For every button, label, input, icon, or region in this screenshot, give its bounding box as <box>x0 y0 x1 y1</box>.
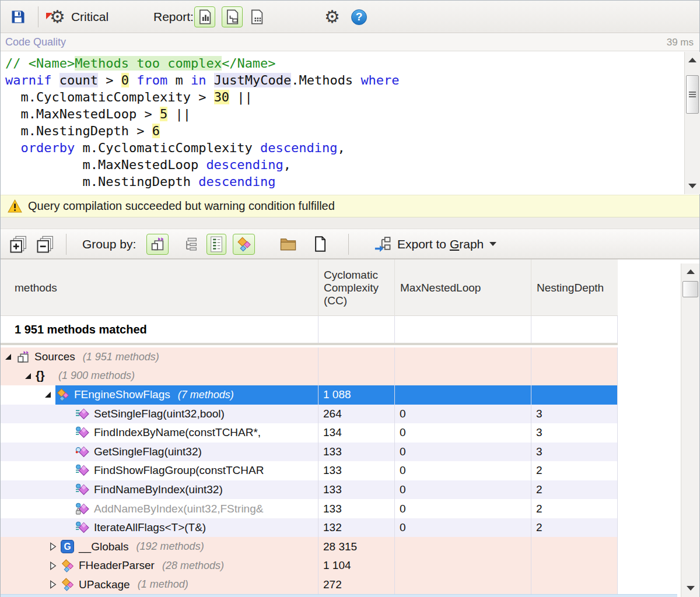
row-name: FindIndexByName(constTCHAR*, <box>94 426 261 439</box>
nestingdepth-value: 2 <box>536 503 542 515</box>
row-method-count: (1 951 methods) <box>83 351 159 363</box>
expand-node-icon[interactable] <box>45 561 60 570</box>
match-count: 1 951 methods matched <box>15 323 147 336</box>
row-name: SetSingleFlag(uint32,bool) <box>94 408 225 420</box>
table-row[interactable]: FEngineShowFlags(7 methods)1 088 <box>1 385 618 405</box>
cc-value: 133 <box>323 503 342 515</box>
row-name: FHeaderParser <box>79 559 155 572</box>
group-by-label: Group by: <box>82 229 136 259</box>
table-row[interactable]: UPackage(1 method)272 <box>1 575 618 594</box>
table-row[interactable]: FHeaderParser(28 methods)1 104 <box>1 556 618 575</box>
group-by-methods-button[interactable] <box>206 234 226 255</box>
nestingdepth-value: 3 <box>536 445 542 458</box>
cc-value: 28 315 <box>323 540 357 553</box>
table-scrollbar-thumb[interactable] <box>682 281 698 297</box>
type-icon <box>55 388 71 402</box>
cc-value: 1 104 <box>323 559 351 572</box>
editor-scrollbar[interactable] <box>684 52 700 194</box>
settings-button[interactable]: ⚙ <box>324 1 340 33</box>
nestingdepth-value: 3 <box>536 426 542 439</box>
cc-value: 132 <box>323 521 342 534</box>
cc-value: 272 <box>323 578 342 591</box>
row-name: FindShowFlagGroup(constTCHAR <box>94 464 264 477</box>
scroll-up-icon[interactable] <box>681 265 699 279</box>
export-label-g: G <box>450 237 459 251</box>
help-button[interactable]: ? <box>351 1 367 33</box>
query-header: Code Quality 39 ms <box>1 34 699 51</box>
critical-filter-button[interactable]: ⚙ Critical <box>50 1 108 33</box>
table-row[interactable]: AddNameByIndex(uint32,FString&13302 <box>1 499 618 518</box>
table-row[interactable]: SetSingleFlag(uint32,bool)26403 <box>1 405 618 424</box>
column-header-cyclomatic-complexity[interactable]: Cyclomatic Complexity (CC) <box>318 259 395 316</box>
row-name: GetSingleFlag(uint32) <box>94 445 202 458</box>
nestingdepth-value: 2 <box>536 483 542 496</box>
row-method-count: (7 methods) <box>178 389 234 401</box>
maxnestedloop-value: 0 <box>400 503 406 515</box>
cc-value: 133 <box>323 445 342 458</box>
table-row[interactable]: FindNameByIndex(uint32)13302 <box>1 480 618 500</box>
table-row[interactable]: IterateAllFlags<T>(T&)13202 <box>1 518 618 538</box>
partial-row <box>1 594 677 597</box>
method-sphere-icon <box>75 426 90 440</box>
query-editor[interactable]: // <Name>Methods too complex</Name>warni… <box>1 52 684 194</box>
save-button[interactable] <box>10 1 26 33</box>
expand-node-icon[interactable] <box>45 580 60 589</box>
new-file-button[interactable] <box>313 229 327 259</box>
table-row[interactable]: FindShowFlagGroup(constTCHAR13302 <box>1 461 618 480</box>
critical-label: Critical <box>71 10 108 24</box>
scroll-up-icon[interactable] <box>685 53 700 67</box>
dropdown-caret-icon[interactable] <box>489 242 496 246</box>
export-to-graph-button[interactable]: Export to Graph <box>374 229 496 259</box>
namespace-tree-icon <box>183 236 199 252</box>
folder-button[interactable] <box>279 229 297 259</box>
group-by-namespaces-button[interactable] <box>183 229 199 259</box>
settings-gear-icon: ⚙ <box>324 8 340 26</box>
collapse-all-button[interactable] <box>36 229 55 259</box>
method-sphere-icon <box>75 483 90 497</box>
file-icon <box>313 236 327 252</box>
table-row[interactable]: {}(1 900 methods) <box>1 367 618 386</box>
maxnestedloop-value: 0 <box>400 445 406 458</box>
report-export-icon <box>225 9 240 25</box>
column-header-maxnestedloop[interactable]: MaxNestedLoop <box>395 259 531 316</box>
column-header-methods[interactable]: methods <box>1 259 318 316</box>
report-matrix-button[interactable] <box>249 1 264 33</box>
table-row[interactable]: GetSingleFlag(uint32)13303 <box>1 443 618 462</box>
toolbar-separator <box>66 234 66 255</box>
report-matrix-icon <box>249 9 264 25</box>
table-row[interactable]: Sources(1 951 methods) <box>1 347 618 367</box>
row-method-count: (192 methods) <box>136 540 204 553</box>
namespace-braces-icon: {} <box>36 369 51 382</box>
maxnestedloop-value: 0 <box>400 521 406 534</box>
row-name: Sources <box>34 350 75 363</box>
scroll-down-icon[interactable] <box>681 581 699 595</box>
warning-triangle-icon <box>8 199 22 213</box>
table-row[interactable]: G__Globals(192 methods)28 315 <box>1 537 618 556</box>
table-scrollbar[interactable] <box>681 264 699 597</box>
report-export-button[interactable] <box>222 6 243 27</box>
row-name: UPackage <box>79 578 130 591</box>
nestingdepth-value: 2 <box>536 521 542 534</box>
collapse-node-icon[interactable] <box>25 373 36 379</box>
toolbar-separator <box>348 234 349 255</box>
critical-flag-icon <box>46 13 52 19</box>
row-name: __Globals <box>79 540 129 553</box>
nestingdepth-value: 3 <box>536 408 542 420</box>
group-by-assemblies-button[interactable] <box>146 234 169 255</box>
group-by-types-button[interactable] <box>233 234 255 255</box>
collapse-node-icon[interactable] <box>45 392 55 398</box>
method-sphere-red-icon <box>75 445 90 459</box>
results-toolbar: Group by: Exp <box>1 229 699 259</box>
assembly-icon <box>149 236 166 252</box>
row-name: AddNameByIndex(uint32,FString& <box>94 503 263 515</box>
column-header-nestingdepth[interactable]: NestingDepth <box>531 259 618 316</box>
scroll-down-icon[interactable] <box>685 179 700 193</box>
method-list-icon <box>209 236 223 252</box>
table-row[interactable]: FindIndexByName(constTCHAR*,13403 <box>1 423 618 443</box>
expand-all-button[interactable] <box>9 229 28 259</box>
report-label: Report: <box>153 1 194 33</box>
collapse-node-icon[interactable] <box>5 354 16 360</box>
report-chart-button[interactable] <box>194 6 215 27</box>
editor-scrollbar-thumb[interactable] <box>686 75 699 114</box>
expand-node-icon[interactable] <box>45 542 60 551</box>
